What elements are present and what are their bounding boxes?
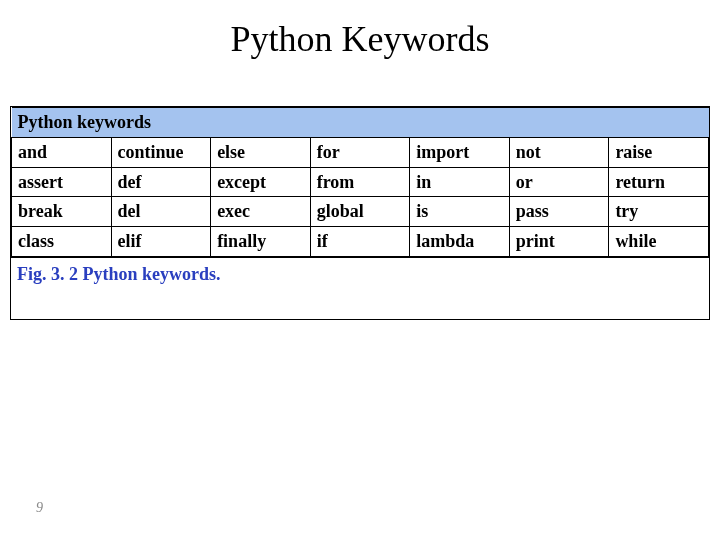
page-title: Python Keywords [0, 18, 720, 60]
keyword-cell: while [609, 227, 709, 257]
keyword-cell: for [310, 138, 410, 168]
keyword-cell: finally [211, 227, 311, 257]
page-number: 9 [36, 500, 43, 516]
keyword-cell: del [111, 197, 211, 227]
table-header: Python keywords [12, 108, 709, 138]
keyword-cell: try [609, 197, 709, 227]
table-row: break del exec global is pass try [12, 197, 709, 227]
keyword-cell: return [609, 167, 709, 197]
keyword-cell: is [410, 197, 510, 227]
table-row: class elif finally if lambda print while [12, 227, 709, 257]
table-row: and continue else for import not raise [12, 138, 709, 168]
keyword-cell: class [12, 227, 112, 257]
table-row: assert def except from in or return [12, 167, 709, 197]
figure-caption: Fig. 3. 2 Python keywords. [11, 257, 709, 287]
keyword-cell: raise [609, 138, 709, 168]
slide: Python Keywords Python keywords and cont… [0, 0, 720, 540]
keyword-cell: except [211, 167, 311, 197]
keywords-figure: Python keywords and continue else for im… [10, 106, 710, 320]
keyword-cell: exec [211, 197, 311, 227]
keyword-cell: else [211, 138, 311, 168]
keyword-cell: in [410, 167, 510, 197]
keyword-cell: def [111, 167, 211, 197]
keyword-cell: or [509, 167, 609, 197]
keyword-cell: elif [111, 227, 211, 257]
keyword-cell: print [509, 227, 609, 257]
keyword-cell: and [12, 138, 112, 168]
keyword-cell: import [410, 138, 510, 168]
keyword-cell: global [310, 197, 410, 227]
keyword-cell: continue [111, 138, 211, 168]
keyword-cell: from [310, 167, 410, 197]
keyword-cell: if [310, 227, 410, 257]
keyword-cell: pass [509, 197, 609, 227]
keywords-table: Python keywords and continue else for im… [11, 107, 709, 257]
keyword-cell: not [509, 138, 609, 168]
keyword-cell: assert [12, 167, 112, 197]
keyword-cell: lambda [410, 227, 510, 257]
keyword-cell: break [12, 197, 112, 227]
